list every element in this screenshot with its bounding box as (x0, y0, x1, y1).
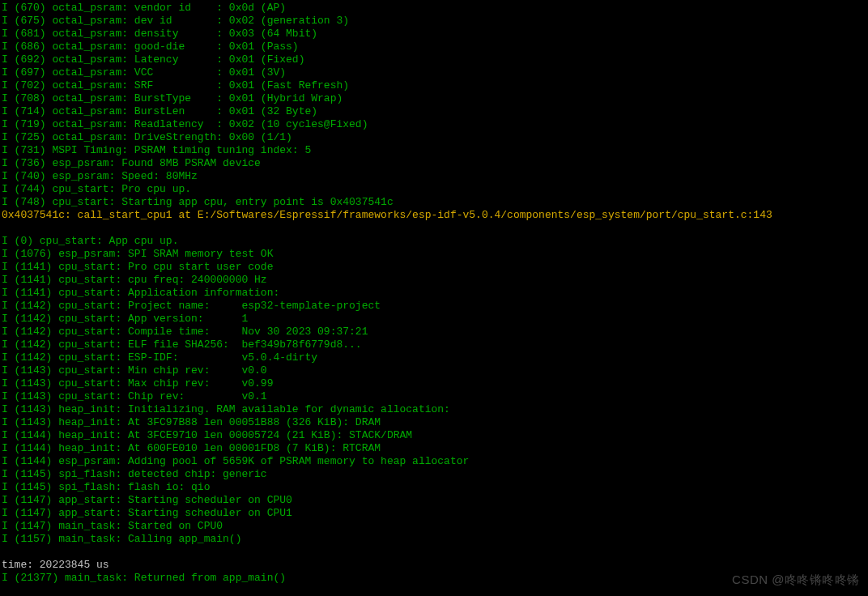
log-line: I (714) octal_psram: BurstLen : 0x01 (32… (2, 105, 868, 118)
log-line: I (1142) cpu_start: App version: 1 (2, 313, 868, 326)
log-line: I (0) cpu_start: App cpu up. (2, 235, 868, 248)
log-line: I (1143) heap_init: Initializing. RAM av… (2, 403, 868, 416)
log-line: I (1141) cpu_start: Application informat… (2, 287, 868, 300)
log-line: I (1143) cpu_start: Max chip rev: v0.99 (2, 377, 868, 390)
log-line: I (744) cpu_start: Pro cpu up. (2, 183, 868, 196)
log-line: I (1147) app_start: Starting scheduler o… (2, 507, 868, 520)
log-line: I (731) MSPI Timing: PSRAM timing tuning… (2, 144, 868, 157)
log-line: I (1147) main_task: Started on CPU0 (2, 520, 868, 533)
log-line: I (736) esp_psram: Found 8MB PSRAM devic… (2, 157, 868, 170)
log-line: I (725) octal_psram: DriveStrength: 0x00… (2, 131, 868, 144)
log-line: I (21377) main_task: Returned from app_m… (2, 572, 868, 585)
log-line: I (748) cpu_start: Starting app cpu, ent… (2, 196, 868, 209)
log-line: I (1076) esp_psram: SPI SRAM memory test… (2, 248, 868, 261)
log-line: I (1141) cpu_start: cpu freq: 240000000 … (2, 274, 868, 287)
log-line: I (686) octal_psram: good-die : 0x01 (Pa… (2, 40, 868, 53)
log-line: I (1142) cpu_start: ESP-IDF: v5.0.4-dirt… (2, 351, 868, 364)
log-line: 0x4037541c: call_start_cpu1 at E:/Softwa… (2, 209, 868, 222)
log-line: I (1157) main_task: Calling app_main() (2, 533, 868, 546)
log-line: I (1142) cpu_start: ELF file SHA256: bef… (2, 338, 868, 351)
log-line: I (675) octal_psram: dev id : 0x02 (gene… (2, 15, 868, 28)
log-line: I (1145) spi_flash: detected chip: gener… (2, 468, 868, 481)
log-line: I (740) esp_psram: Speed: 80MHz (2, 170, 868, 183)
log-line: I (692) octal_psram: Latency : 0x01 (Fix… (2, 53, 868, 66)
log-line: I (1145) spi_flash: flash io: qio (2, 481, 868, 494)
log-line: I (1143) cpu_start: Chip rev: v0.1 (2, 390, 868, 403)
log-line: I (1144) esp_psram: Adding pool of 5659K… (2, 455, 868, 468)
log-line: I (681) octal_psram: density : 0x03 (64 … (2, 28, 868, 40)
log-line: I (697) octal_psram: VCC : 0x01 (3V) (2, 66, 868, 79)
terminal-output: I (670) octal_psram: vendor id : 0x0d (A… (2, 2, 868, 585)
log-line: I (719) octal_psram: Readlatency : 0x02 … (2, 118, 868, 131)
log-line: I (1147) app_start: Starting scheduler o… (2, 494, 868, 507)
log-line: I (708) octal_psram: BurstType : 0x01 (H… (2, 92, 868, 105)
log-line: I (1143) heap_init: At 3FC97B88 len 0005… (2, 416, 868, 429)
log-line: I (1144) heap_init: At 3FCE9710 len 0000… (2, 429, 868, 442)
log-line: I (1142) cpu_start: Compile time: Nov 30… (2, 326, 868, 338)
log-line: I (1141) cpu_start: Pro cpu start user c… (2, 261, 868, 274)
log-line: I (702) octal_psram: SRF : 0x01 (Fast Re… (2, 79, 868, 92)
log-line: I (1142) cpu_start: Project name: esp32-… (2, 300, 868, 313)
log-line: I (1144) heap_init: At 600FE010 len 0000… (2, 442, 868, 455)
log-line (2, 222, 868, 235)
log-line: I (1143) cpu_start: Min chip rev: v0.0 (2, 364, 868, 377)
log-line: time: 20223845 us (2, 559, 868, 572)
log-line: I (670) octal_psram: vendor id : 0x0d (A… (2, 2, 868, 15)
log-line (2, 546, 868, 559)
